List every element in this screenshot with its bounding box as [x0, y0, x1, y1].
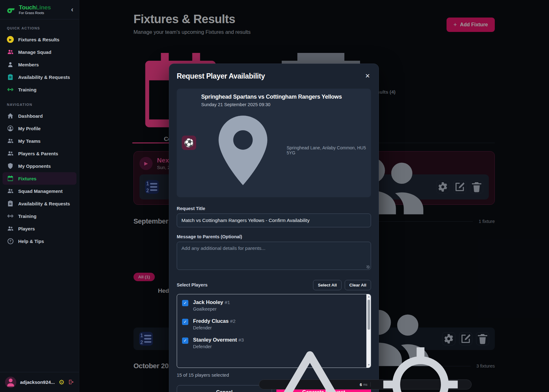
dumbbell-icon	[7, 86, 14, 93]
home-icon	[7, 112, 14, 119]
sidebar-item-label: Fixtures & Results	[18, 37, 60, 42]
player-number: #3	[238, 337, 244, 343]
brand-name-secondary: Lines	[36, 4, 51, 11]
sidebar-item-label: Players	[18, 226, 35, 231]
message-label: Message to Parents (Optional)	[177, 234, 371, 239]
scroll-down-icon[interactable]: ▼	[367, 363, 371, 367]
user-icon	[5, 377, 16, 388]
sidebar-item-label: My Opponents	[18, 163, 51, 169]
quick-actions-heading: QUICK ACTIONS	[0, 19, 79, 33]
sidebar-item-label: Members	[18, 62, 39, 67]
performance-widget[interactable]: 6 ms	[259, 379, 472, 389]
player-checkbox[interactable]: ✓	[182, 338, 188, 344]
sidebar-item-squad-management[interactable]: Squad Management	[3, 185, 76, 197]
sidebar-item-training-nav[interactable]: Training	[3, 210, 76, 222]
scrollbar[interactable]: ▲ ▼	[366, 294, 371, 368]
sidebar-item-dashboard[interactable]: Dashboard	[3, 110, 76, 122]
help-icon: ?	[8, 238, 13, 244]
match-datetime: Sunday 21 September 2025 09:30	[201, 102, 366, 107]
sidebar-item-label: Training	[18, 87, 36, 92]
match-title: Springhead Spartans vs Cottingham Ranger…	[201, 94, 366, 100]
user-panel: adjackson924... ⚙	[0, 372, 79, 392]
clipboard-icon	[7, 74, 14, 80]
sidebar-item-label: Players & Parents	[18, 151, 58, 156]
sidebar-item-players-parents[interactable]: Players & Parents	[3, 147, 76, 160]
sidebar-item-label: Training	[18, 214, 36, 219]
sidebar-item-help-tips[interactable]: ? Help & Tips	[3, 235, 76, 247]
pin-icon	[201, 109, 285, 192]
whistle-logo-icon	[6, 5, 16, 15]
brand-tagline: For Grass Roots	[19, 11, 70, 15]
soccer-ball-icon: ⚽	[182, 136, 196, 150]
sidebar-item-label: My Teams	[18, 138, 40, 144]
sidebar-item-my-opponents[interactable]: My Opponents	[3, 160, 76, 172]
dumbbell-icon	[7, 213, 14, 219]
player-position: Defender	[193, 325, 236, 330]
play-circle-icon: ▶	[7, 36, 14, 43]
sidebar-item-manage-squad[interactable]: Manage Squad	[3, 46, 76, 58]
scroll-up-icon[interactable]: ▲	[367, 295, 371, 299]
select-players-label: Select Players	[177, 282, 207, 287]
sidebar-item-availability-requests[interactable]: Availability & Requests	[3, 71, 76, 83]
latency-unit: ms	[363, 383, 367, 386]
cancel-button[interactable]: Cancel	[177, 385, 272, 392]
select-all-button[interactable]: Select All	[313, 280, 341, 290]
sidebar-item-label: Help & Tips	[18, 239, 44, 244]
sidebar-item-label: My Profile	[18, 126, 41, 131]
sidebar-item-label: Availability & Requests	[18, 75, 70, 80]
latency-value: 6	[360, 382, 362, 387]
users-icon	[7, 225, 14, 232]
sidebar-item-members[interactable]: Members	[3, 58, 76, 71]
player-name: Jack Hooley	[193, 299, 223, 305]
users-icon	[7, 137, 14, 144]
message-textarea[interactable]	[177, 242, 371, 270]
locate-icon	[374, 338, 468, 392]
clipboard-icon	[7, 200, 14, 207]
sidebar-item-availability-requests-nav[interactable]: Availability & Requests	[3, 197, 76, 210]
scrollbar-thumb[interactable]	[368, 300, 370, 330]
player-row: ✓ Jack Hooley #1 Goalkeeper	[182, 299, 361, 312]
users-icon	[7, 49, 14, 55]
request-title-input[interactable]	[177, 214, 371, 227]
avatar	[5, 377, 16, 388]
sidebar: TouchLines For Grass Roots ‹ QUICK ACTIO…	[0, 0, 79, 392]
sidebar-item-label: Squad Management	[18, 188, 63, 194]
clear-all-button[interactable]: Clear All	[345, 280, 371, 290]
sidebar-item-label: Availability & Requests	[18, 201, 70, 206]
sidebar-item-label: Manage Squad	[18, 49, 51, 55]
settings-gear-icon[interactable]: ⚙	[59, 379, 65, 386]
player-checkbox[interactable]: ✓	[182, 319, 188, 325]
brand-name-primary: Touch	[19, 4, 36, 11]
player-position: Defender	[193, 344, 244, 349]
close-icon[interactable]: ✕	[364, 72, 371, 80]
calendar-icon	[7, 175, 14, 182]
users-icon	[7, 150, 14, 157]
username: adjackson924...	[20, 379, 55, 385]
match-location: Springhead Lane, Anlaby Common, HU5 5YG	[287, 145, 366, 155]
brand-name: TouchLines	[19, 4, 70, 11]
sidebar-collapse-button[interactable]: ‹	[70, 6, 75, 14]
divider	[370, 382, 371, 387]
request-title-label: Request Title	[177, 206, 371, 211]
modal-title: Request Player Availability	[177, 72, 265, 80]
player-checkbox[interactable]: ✓	[182, 300, 188, 306]
sidebar-item-my-teams[interactable]: My Teams	[3, 135, 76, 147]
logout-icon[interactable]	[68, 379, 74, 385]
player-row: ✓ Freddy Clucas #2 Defender	[182, 318, 361, 330]
navigation-heading: NAVIGATION	[0, 96, 79, 110]
sidebar-item-fixtures-results[interactable]: ▶ Fixtures & Results	[3, 33, 76, 46]
vercel-triangle-icon	[263, 338, 357, 392]
player-position: Goalkeeper	[193, 307, 230, 312]
sidebar-item-players[interactable]: Players	[3, 222, 76, 235]
shield-icon	[7, 162, 14, 169]
sidebar-item-label: Dashboard	[18, 113, 43, 119]
player-name: Freddy Clucas	[193, 318, 229, 324]
sidebar-item-label: Fixtures	[18, 176, 36, 181]
player-number: #1	[225, 300, 230, 305]
user-icon	[7, 61, 14, 68]
sidebar-item-fixtures[interactable]: Fixtures	[3, 172, 76, 185]
sidebar-item-my-profile[interactable]: My Profile	[3, 122, 76, 135]
player-number: #2	[230, 318, 235, 324]
match-summary-card: ⚽ Springhead Spartans vs Cottingham Rang…	[177, 89, 371, 197]
sidebar-item-training[interactable]: Training	[3, 83, 76, 96]
